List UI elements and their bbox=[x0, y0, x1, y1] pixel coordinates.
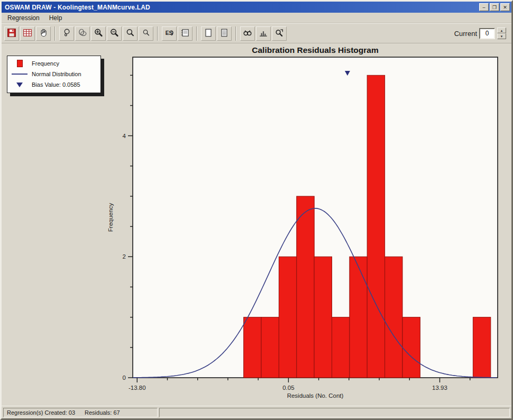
toolbar: ES Current 0 ▲ ▼ bbox=[2, 23, 511, 43]
page-lines-button[interactable] bbox=[217, 26, 232, 41]
page-lines-icon bbox=[219, 28, 229, 39]
app-window: OSWAM DRAW - Koolingtest_MANMcurve.LAD –… bbox=[0, 0, 513, 420]
status-bar: Regression(s) Created: 03 Residuals: 67 bbox=[2, 406, 511, 418]
status-empty-panel bbox=[159, 408, 510, 417]
zoom-out-icon bbox=[109, 28, 119, 39]
region-zoom-button[interactable] bbox=[75, 26, 90, 41]
minimize-button[interactable]: – bbox=[479, 3, 489, 11]
current-spinbox[interactable]: 0 bbox=[479, 28, 495, 39]
legend-item: Frequency bbox=[7, 58, 100, 69]
magnifier-button[interactable] bbox=[123, 26, 138, 41]
current-control: Current 0 ▲ ▼ bbox=[454, 28, 509, 39]
zoom-in-icon bbox=[94, 28, 103, 39]
pan-hand-icon bbox=[39, 28, 48, 39]
lasso-zoom-icon bbox=[62, 28, 71, 39]
svg-text:2: 2 bbox=[123, 253, 126, 260]
find-doc-button[interactable] bbox=[272, 26, 287, 41]
legend-navy-triangle-down-icon bbox=[16, 83, 23, 87]
toolbar-separator bbox=[157, 26, 158, 41]
svg-text:13.93: 13.93 bbox=[432, 385, 447, 391]
export-es-button[interactable]: ES bbox=[162, 26, 177, 41]
find-doc-icon bbox=[274, 28, 284, 39]
svg-text:0.05: 0.05 bbox=[282, 385, 294, 391]
magnifier-small-button[interactable] bbox=[139, 26, 153, 41]
svg-text:-13.80: -13.80 bbox=[129, 385, 146, 391]
legend-navy-line-icon bbox=[12, 74, 28, 75]
spin-down-icon[interactable]: ▼ bbox=[497, 33, 506, 39]
toolbar-separator bbox=[235, 26, 236, 41]
svg-text:0: 0 bbox=[123, 375, 126, 381]
spin-up-icon[interactable]: ▲ bbox=[497, 28, 506, 33]
page-icon bbox=[204, 28, 213, 39]
chart-area: Calibration Residuals Histogram-13.800.0… bbox=[2, 43, 511, 406]
legend-red-square-icon bbox=[17, 60, 23, 67]
status-panel: Regression(s) Created: 03 Residuals: 67 bbox=[3, 408, 158, 417]
current-spinner: ▲ ▼ bbox=[497, 28, 506, 39]
title-bar[interactable]: OSWAM DRAW - Koolingtest_MANMcurve.LAD –… bbox=[2, 2, 511, 13]
legend-label: Frequency bbox=[32, 60, 59, 67]
svg-text:4: 4 bbox=[123, 133, 126, 139]
svg-text:Calibration Residuals Histogra: Calibration Residuals Histogram bbox=[252, 45, 378, 54]
legend-label: Normal Distribution bbox=[32, 71, 81, 77]
status-residuals-count: Residuals: 67 bbox=[85, 409, 120, 416]
svg-text:Residuals (No. Cont): Residuals (No. Cont) bbox=[287, 392, 344, 399]
table-grid-icon bbox=[23, 28, 32, 39]
chart-tool-icon bbox=[259, 28, 268, 39]
legend-item: Bias Value: 0.0585 bbox=[7, 79, 100, 90]
zoom-in-button[interactable] bbox=[91, 26, 106, 41]
toolbar-separator bbox=[196, 26, 197, 41]
toolbar-separator bbox=[54, 26, 56, 41]
close-button[interactable]: ✕ bbox=[500, 3, 510, 11]
binoculars-button[interactable] bbox=[240, 26, 255, 41]
pan-hand-button[interactable] bbox=[36, 26, 51, 41]
current-value: 0 bbox=[485, 30, 489, 37]
current-label: Current bbox=[454, 30, 477, 38]
magnifier-small-icon bbox=[141, 28, 151, 39]
status-regressions-created: Regression(s) Created: 03 bbox=[7, 409, 75, 416]
table-grid-button[interactable] bbox=[20, 26, 35, 41]
menu-help[interactable]: Help bbox=[44, 13, 67, 23]
svg-text:Frequency: Frequency bbox=[107, 203, 114, 232]
window-controls: – ❐ ✕ bbox=[479, 3, 510, 11]
magnifier-icon bbox=[125, 28, 135, 39]
page-button[interactable] bbox=[201, 26, 216, 41]
histogram-plot: Calibration Residuals Histogram-13.800.0… bbox=[2, 43, 511, 405]
menu-regression[interactable]: Regression bbox=[3, 13, 44, 23]
notebook-button[interactable] bbox=[178, 26, 193, 41]
menu-bar: Regression Help bbox=[2, 13, 511, 23]
binoculars-icon bbox=[243, 28, 252, 39]
notebook-icon bbox=[180, 28, 190, 39]
export-es-icon: ES bbox=[164, 28, 174, 39]
zoom-out-button[interactable] bbox=[107, 26, 122, 41]
window-title: OSWAM DRAW - Koolingtest_MANMcurve.LAD bbox=[5, 4, 479, 11]
legend: FrequencyNormal DistributionBias Value: … bbox=[7, 56, 101, 93]
maximize-button[interactable]: ❐ bbox=[490, 3, 499, 11]
lasso-zoom-button[interactable] bbox=[59, 26, 74, 41]
legend-label: Bias Value: 0.0585 bbox=[32, 81, 80, 88]
chart-tool-button[interactable] bbox=[256, 26, 271, 41]
save-button[interactable] bbox=[4, 26, 19, 41]
legend-item: Normal Distribution bbox=[7, 69, 100, 79]
save-icon bbox=[7, 28, 16, 39]
region-zoom-icon bbox=[78, 28, 87, 39]
